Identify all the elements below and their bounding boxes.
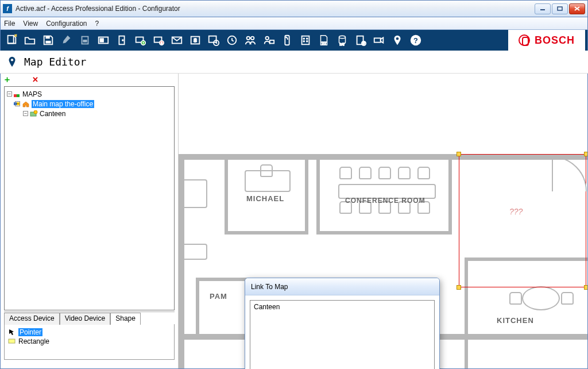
tab-shape[interactable]: Shape: [110, 313, 141, 325]
home-icon: [22, 101, 30, 107]
svg-point-44: [11, 59, 13, 61]
svg-text:0: 0: [161, 41, 163, 45]
card-reader-icon[interactable]: [76, 32, 94, 49]
map-pin-icon[interactable]: [389, 32, 406, 49]
open-icon[interactable]: [21, 32, 38, 49]
card-add-icon[interactable]: [131, 32, 149, 49]
svg-rect-8: [83, 40, 87, 42]
svg-point-31: [307, 38, 308, 39]
shape-palette: Pointer Rectangle: [4, 324, 175, 360]
svg-text:DAT: DAT: [340, 43, 345, 46]
svg-text:?: ?: [413, 36, 418, 45]
collapse-icon[interactable]: −: [7, 91, 12, 97]
collapse-icon[interactable]: −: [15, 101, 20, 106]
tab-video-device[interactable]: Video Device: [60, 313, 111, 325]
settings-icon[interactable]: [58, 32, 75, 49]
main-toolbar: 0 S TXT DAT W ? BOSCH: [0, 30, 588, 51]
report-icon[interactable]: W: [352, 32, 369, 49]
svg-point-30: [303, 38, 304, 39]
door-icon[interactable]: [113, 32, 130, 49]
tree-item-main[interactable]: − Main map the-office: [7, 99, 172, 109]
calendar-clock-icon[interactable]: [205, 32, 222, 49]
svg-point-24: [247, 37, 250, 40]
dialog-list-item[interactable]: Canteen: [254, 303, 431, 311]
brand-logo: BOSCH: [508, 30, 585, 51]
room-kitchen-label: KITCHEN: [497, 316, 534, 325]
svg-point-33: [307, 41, 308, 42]
maximize-button[interactable]: [552, 3, 568, 14]
tree-item-label: Main map the-office: [32, 100, 94, 108]
tree-root-label: MAPS: [22, 90, 42, 98]
delete-map-icon[interactable]: ✕: [32, 75, 38, 84]
pointer-icon: [8, 328, 16, 336]
tree-item-label: Canteen: [40, 110, 65, 118]
link-to-map-dialog: Link To Map Canteen OK Cancel: [245, 278, 440, 369]
card-remove-icon[interactable]: 0: [150, 32, 167, 49]
phone-icon[interactable]: [278, 32, 296, 49]
export-dat-icon[interactable]: DAT: [334, 32, 351, 49]
svg-point-35: [339, 36, 346, 39]
close-button[interactable]: [569, 3, 585, 14]
left-panel: ＋ ✕ − MAPS − Main map the-office − Cante…: [1, 74, 179, 368]
svg-rect-27: [270, 40, 274, 44]
keypad-icon[interactable]: [297, 32, 314, 49]
shape-rectangle-label: Rectangle: [18, 337, 49, 345]
svg-rect-10: [100, 39, 104, 42]
menu-configuration[interactable]: Configuration: [46, 20, 87, 28]
tab-access-device[interactable]: Access Device: [4, 313, 60, 325]
users-icon[interactable]: [242, 32, 259, 49]
resize-handle-ne[interactable]: [584, 152, 587, 156]
page-header: Map Editor: [0, 51, 588, 74]
dialog-map-list[interactable]: Canteen: [250, 300, 435, 369]
menu-file[interactable]: File: [4, 20, 15, 28]
bottom-tabs: Access Device Video Device Shape: [4, 312, 175, 324]
user-card-icon[interactable]: [260, 32, 277, 49]
terminal-icon[interactable]: [95, 32, 112, 49]
shape-rectangle[interactable]: Rectangle: [8, 337, 171, 346]
shape-pointer[interactable]: Pointer: [8, 328, 171, 337]
pin-icon: [6, 55, 18, 70]
clock-icon[interactable]: [223, 32, 241, 49]
svg-point-41: [396, 37, 399, 40]
tree-root[interactable]: − MAPS: [7, 89, 172, 99]
save-icon[interactable]: [40, 32, 57, 49]
svg-rect-4: [8, 36, 14, 44]
svg-text:TXT: TXT: [322, 42, 327, 45]
svg-point-26: [266, 37, 269, 40]
app-icon: f: [3, 4, 12, 13]
new-icon[interactable]: [3, 32, 20, 49]
schedule-icon[interactable]: S: [187, 32, 204, 49]
tree-item-canteen[interactable]: − Canteen: [7, 109, 172, 118]
map-tree[interactable]: − MAPS − Main map the-office − Canteen: [4, 86, 175, 310]
menu-help[interactable]: ?: [95, 20, 99, 28]
svg-text:W: W: [362, 42, 365, 45]
collapse-icon[interactable]: −: [23, 111, 28, 116]
bosch-mark-icon: [519, 34, 530, 46]
svg-rect-21: [209, 36, 216, 43]
maps-folder-icon: [14, 91, 21, 98]
link-map-icon: [30, 110, 38, 117]
resize-handle-nw[interactable]: [457, 152, 461, 156]
add-map-icon[interactable]: ＋: [3, 74, 11, 85]
rectangle-icon: [8, 337, 16, 345]
camera-icon[interactable]: [370, 32, 388, 49]
help-icon[interactable]: ?: [407, 32, 424, 49]
minimize-button[interactable]: [535, 3, 551, 14]
svg-rect-5: [45, 36, 49, 39]
window-titlebar: f Active.acf - Access Professional Editi…: [0, 0, 588, 17]
svg-point-12: [122, 40, 123, 41]
svg-point-46: [34, 110, 37, 114]
export-txt-icon[interactable]: TXT: [315, 32, 332, 49]
envelope-icon[interactable]: [168, 32, 185, 49]
menu-bar: File View Configuration ?: [0, 17, 588, 30]
svg-rect-29: [302, 36, 310, 45]
svg-point-25: [251, 37, 254, 40]
room-conference-label: CONFERENCE ROOM: [345, 197, 425, 205]
svg-point-32: [303, 41, 304, 42]
svg-rect-6: [45, 41, 51, 44]
window-title: Active.acf - Access Professional Edition…: [16, 5, 535, 13]
menu-view[interactable]: View: [23, 20, 38, 28]
resize-handle-se[interactable]: [584, 285, 587, 290]
resize-handle-sw[interactable]: [457, 285, 461, 290]
tree-toolbar: ＋ ✕: [1, 74, 178, 85]
